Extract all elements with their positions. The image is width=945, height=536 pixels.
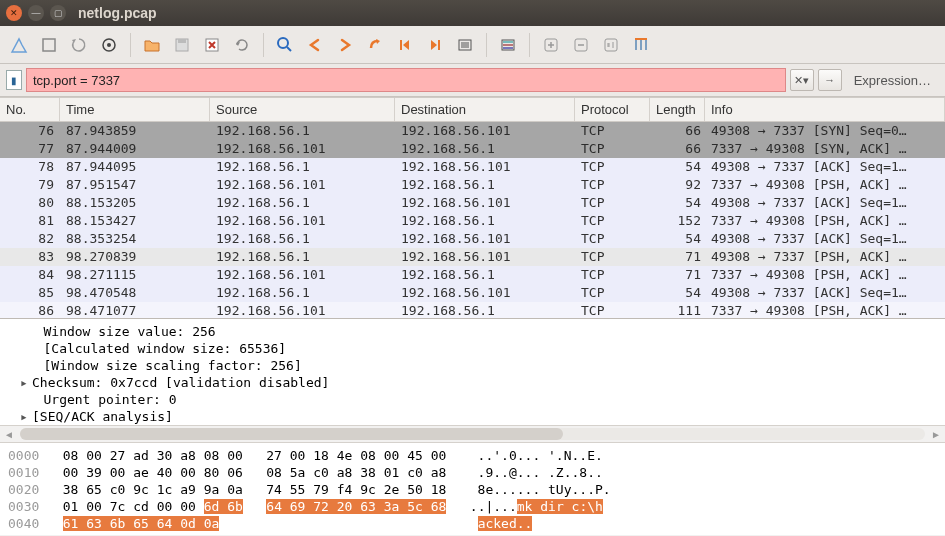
go-back-icon[interactable] — [302, 32, 328, 58]
table-row[interactable]: 83 98.270839192.168.56.1192.168.56.101TC… — [0, 248, 945, 266]
detail-line[interactable]: Urgent pointer: 0 — [20, 391, 945, 408]
auto-scroll-icon[interactable] — [452, 32, 478, 58]
reload-file-icon[interactable] — [229, 32, 255, 58]
find-packet-icon[interactable] — [272, 32, 298, 58]
scrollbar-thumb[interactable] — [20, 428, 563, 440]
restart-capture-icon[interactable] — [66, 32, 92, 58]
table-row[interactable]: 84 98.271115192.168.56.101192.168.56.1TC… — [0, 266, 945, 284]
detail-line[interactable]: Window size value: 256 — [20, 323, 945, 340]
hex-line[interactable]: 0030 01 00 7c cd 00 00 6d 6b 64 69 72 20… — [8, 498, 937, 515]
col-length[interactable]: Length — [650, 98, 705, 121]
expression-button[interactable]: Expression… — [846, 73, 939, 88]
display-filter-bar: ▮ ✕▾ → Expression… — [0, 64, 945, 97]
scrollbar-track[interactable] — [20, 428, 925, 440]
details-horizontal-scrollbar[interactable]: ◄ ► — [0, 425, 945, 443]
zoom-reset-icon[interactable] — [598, 32, 624, 58]
open-file-icon[interactable] — [139, 32, 165, 58]
hex-line[interactable]: 0000 08 00 27 ad 30 a8 08 00 27 00 18 4e… — [8, 447, 937, 464]
colorize-icon[interactable] — [495, 32, 521, 58]
col-no[interactable]: No. — [0, 98, 60, 121]
detail-line[interactable]: [SEQ/ACK analysis] — [20, 408, 945, 425]
table-row[interactable]: 82 88.353254192.168.56.1192.168.56.101TC… — [0, 230, 945, 248]
detail-line[interactable]: [Window size scaling factor: 256] — [20, 357, 945, 374]
go-last-packet-icon[interactable] — [422, 32, 448, 58]
scroll-left-icon[interactable]: ◄ — [0, 426, 18, 442]
table-row[interactable]: 77 87.944009192.168.56.101192.168.56.1TC… — [0, 140, 945, 158]
go-forward-icon[interactable] — [332, 32, 358, 58]
zoom-out-icon[interactable] — [568, 32, 594, 58]
table-row[interactable]: 76 87.943859192.168.56.1192.168.56.101TC… — [0, 122, 945, 140]
table-row[interactable]: 78 87.944095192.168.56.1192.168.56.101TC… — [0, 158, 945, 176]
zoom-in-icon[interactable] — [538, 32, 564, 58]
window-minimize-button[interactable]: — — [28, 5, 44, 21]
shark-fin-icon[interactable] — [6, 32, 32, 58]
main-toolbar — [0, 26, 945, 64]
svg-rect-4 — [178, 39, 186, 43]
packet-list-body[interactable]: 76 87.943859192.168.56.1192.168.56.101TC… — [0, 122, 945, 318]
detail-line[interactable]: Checksum: 0x7ccd [validation disabled] — [20, 374, 945, 391]
toolbar-separator — [263, 33, 264, 57]
resize-columns-icon[interactable] — [628, 32, 654, 58]
window-maximize-button[interactable]: ▢ — [50, 5, 66, 21]
svg-rect-14 — [605, 39, 617, 51]
svg-point-6 — [278, 38, 288, 48]
stop-capture-icon[interactable] — [36, 32, 62, 58]
go-first-packet-icon[interactable] — [392, 32, 418, 58]
table-row[interactable]: 86 98.471077192.168.56.101192.168.56.1TC… — [0, 302, 945, 318]
close-file-icon[interactable] — [199, 32, 225, 58]
packet-list-header: No. Time Source Destination Protocol Len… — [0, 97, 945, 122]
packet-details-pane[interactable]: Window size value: 256 [Calculated windo… — [0, 318, 945, 425]
svg-point-2 — [107, 43, 111, 47]
hex-line[interactable]: 0040 61 63 6b 65 64 0d 0a acked.. — [8, 515, 937, 532]
col-source[interactable]: Source — [210, 98, 395, 121]
table-row[interactable]: 79 87.951547192.168.56.101192.168.56.1TC… — [0, 176, 945, 194]
svg-rect-11 — [503, 47, 513, 49]
filter-apply-button[interactable]: → — [818, 69, 842, 91]
toolbar-separator — [529, 33, 530, 57]
packet-list-pane: No. Time Source Destination Protocol Len… — [0, 97, 945, 318]
scroll-right-icon[interactable]: ► — [927, 426, 945, 442]
window-titlebar: ✕ — ▢ netlog.pcap — [0, 0, 945, 26]
go-to-packet-icon[interactable] — [362, 32, 388, 58]
table-row[interactable]: 80 88.153205192.168.56.1192.168.56.101TC… — [0, 194, 945, 212]
display-filter-input[interactable] — [26, 68, 786, 92]
filter-clear-button[interactable]: ✕▾ — [790, 69, 814, 91]
col-info[interactable]: Info — [705, 98, 945, 121]
packet-bytes-pane[interactable]: 0000 08 00 27 ad 30 a8 08 00 27 00 18 4e… — [0, 443, 945, 535]
capture-options-icon[interactable] — [96, 32, 122, 58]
toolbar-separator — [130, 33, 131, 57]
svg-rect-9 — [503, 41, 513, 43]
col-time[interactable]: Time — [60, 98, 210, 121]
window-close-button[interactable]: ✕ — [6, 5, 22, 21]
detail-line[interactable]: [Calculated window size: 65536] — [20, 340, 945, 357]
table-row[interactable]: 81 88.153427192.168.56.101192.168.56.1TC… — [0, 212, 945, 230]
col-destination[interactable]: Destination — [395, 98, 575, 121]
table-row[interactable]: 85 98.470548192.168.56.1192.168.56.101TC… — [0, 284, 945, 302]
svg-rect-10 — [503, 44, 513, 46]
svg-rect-0 — [43, 39, 55, 51]
hex-line[interactable]: 0020 38 65 c0 9c 1c a9 9a 0a 74 55 79 f4… — [8, 481, 937, 498]
save-file-icon[interactable] — [169, 32, 195, 58]
filter-bookmark-button[interactable]: ▮ — [6, 70, 22, 90]
window-title: netlog.pcap — [78, 5, 157, 21]
col-protocol[interactable]: Protocol — [575, 98, 650, 121]
hex-line[interactable]: 0010 00 39 00 ae 40 00 80 06 08 5a c0 a8… — [8, 464, 937, 481]
toolbar-separator — [486, 33, 487, 57]
